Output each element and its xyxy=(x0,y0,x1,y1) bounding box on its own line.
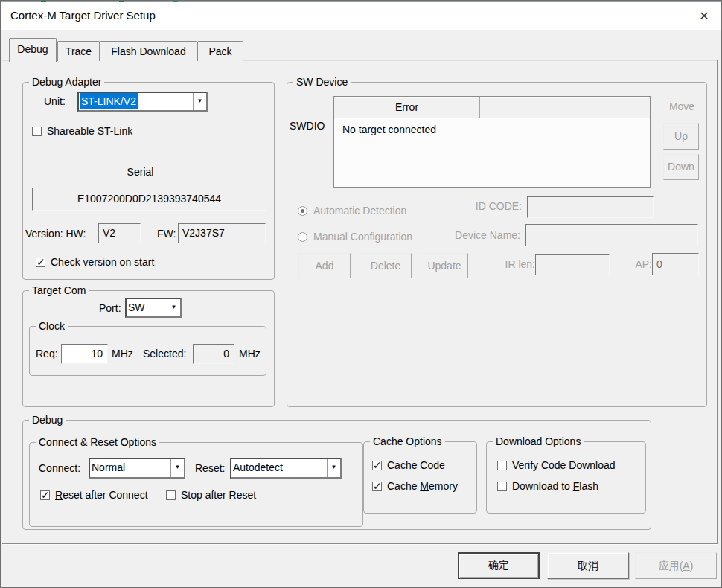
background-artifact xyxy=(173,0,178,2)
id-code-field xyxy=(527,196,654,218)
reset-after-connect-checkbox[interactable] xyxy=(40,490,50,500)
device-name-field xyxy=(525,224,698,246)
ir-len-field xyxy=(535,254,610,275)
connect-label: Connect: xyxy=(39,462,80,474)
port-combobox[interactable]: SW ▼ xyxy=(125,298,182,318)
port-label: Port: xyxy=(99,302,121,314)
reset-label: Reset: xyxy=(195,462,225,474)
manual-configuration-radio xyxy=(298,232,307,242)
group-clock: Clock Req: 10 MHz Selected: 0 MHz xyxy=(29,326,266,376)
hw-version-box: V2 xyxy=(98,223,141,243)
window-title: Cortex-M Target Driver Setup xyxy=(10,9,156,22)
unit-label: Unit: xyxy=(44,95,66,107)
stop-after-reset-checkbox[interactable] xyxy=(166,490,176,500)
manual-configuration-label: Manual Configuration xyxy=(313,231,412,243)
update-button: Update xyxy=(421,253,468,278)
tab-pack[interactable]: Pack xyxy=(197,41,243,61)
group-title: Debug xyxy=(29,413,66,426)
group-cache-options: Cache Options Cache Code Cache Memory xyxy=(363,441,477,514)
swdio-row-label: SWDIO xyxy=(290,120,325,132)
cache-memory-checkbox[interactable] xyxy=(372,482,382,491)
shareable-stlink-checkbox[interactable] xyxy=(32,127,42,136)
column-header-error[interactable]: Error xyxy=(334,97,480,118)
title-bar: Cortex-M Target Driver Setup ✕ xyxy=(0,2,722,30)
group-title: Clock xyxy=(36,319,68,333)
group-title: Connect & Reset Options xyxy=(36,435,159,449)
version-hw-label: Version: HW: xyxy=(25,228,86,240)
ap-label: AP: xyxy=(626,258,652,270)
background-artifact xyxy=(41,0,46,2)
group-download-options: Download Options Verify Code Download Do… xyxy=(486,441,646,514)
unit-combobox[interactable]: ST-LINK/V2 ▼ xyxy=(77,92,208,112)
apply-button: 应用(A) xyxy=(635,552,717,579)
delete-button: Delete xyxy=(360,253,412,278)
group-title: Debug Adapter xyxy=(29,75,104,89)
device-name-label: Device Name: xyxy=(446,229,520,241)
group-debug: Debug Connect & Reset Options Connect: N… xyxy=(22,420,651,530)
ap-field: 0 xyxy=(652,253,699,275)
chevron-down-icon[interactable]: ▼ xyxy=(193,93,206,110)
ir-len-label: IR len: xyxy=(485,258,535,270)
id-code-label: ID CODE: xyxy=(447,200,522,212)
verify-code-download-label: Verify Code Download xyxy=(512,459,616,471)
fw-version-box: V2J37S7 xyxy=(178,223,266,243)
tab-trace[interactable]: Trace xyxy=(57,41,100,61)
move-down-button: Down xyxy=(663,154,699,180)
download-to-flash-checkbox[interactable] xyxy=(497,482,507,491)
serial-value-box: E1007200D0D2139393740544 xyxy=(32,188,266,211)
serial-label: Serial xyxy=(23,166,258,178)
chevron-down-icon[interactable]: ▼ xyxy=(327,459,340,477)
chevron-down-icon[interactable]: ▼ xyxy=(167,299,180,316)
check-version-checkbox[interactable] xyxy=(36,258,45,267)
column-header-blank[interactable] xyxy=(480,97,650,118)
group-title: Target Com xyxy=(29,284,89,297)
device-table-header: Error xyxy=(334,97,650,118)
selected-clock-box: 0 xyxy=(193,344,234,364)
reset-combobox[interactable]: Autodetect ▼ xyxy=(230,458,342,479)
unit-combobox-value: ST-LINK/V2 xyxy=(80,93,138,109)
cache-memory-label: Cache Memory xyxy=(387,480,458,492)
download-to-flash-label: Download to Flash xyxy=(512,480,598,492)
group-sw-device: SW Device SWDIO Error No target connecte… xyxy=(287,82,707,407)
reset-combobox-value: Autodetect xyxy=(233,459,325,476)
connect-combobox-value: Normal xyxy=(92,459,169,476)
table-row[interactable]: No target connected xyxy=(334,118,650,141)
req-unit-label: MHz xyxy=(112,348,133,359)
req-label: Req: xyxy=(36,348,58,359)
group-title: Cache Options xyxy=(370,435,445,448)
verify-code-download-checkbox[interactable] xyxy=(497,461,507,470)
chevron-down-icon[interactable]: ▼ xyxy=(170,459,184,477)
tab-flash-download[interactable]: Flash Download xyxy=(100,41,197,61)
cache-code-checkbox[interactable] xyxy=(372,461,382,470)
fw-label: FW: xyxy=(157,228,176,240)
check-version-label: Check version on start xyxy=(51,256,154,268)
automatic-detection-radio xyxy=(298,206,307,216)
reset-after-connect-label: Reset after Connect xyxy=(55,489,148,501)
cancel-button[interactable]: 取消 xyxy=(547,552,629,579)
move-up-button: Up xyxy=(663,123,699,150)
connect-combobox[interactable]: Normal ▼ xyxy=(89,458,185,479)
tab-debug[interactable]: Debug xyxy=(9,38,57,62)
add-button: Add xyxy=(298,253,351,278)
selected-label: Selected: xyxy=(143,348,186,359)
background-strip xyxy=(0,0,722,2)
device-table: Error No target connected xyxy=(333,96,651,188)
req-clock-input[interactable]: 10 xyxy=(61,344,108,364)
group-target-com: Target Com Port: SW ▼ Clock Req: 10 MHz … xyxy=(22,290,275,407)
selected-unit-label: MHz xyxy=(239,348,261,359)
ok-button[interactable]: 确定 xyxy=(458,552,540,579)
port-combobox-value: SW xyxy=(128,299,165,316)
close-icon[interactable]: ✕ xyxy=(692,6,716,27)
shareable-stlink-label: Shareable ST-Link xyxy=(47,125,132,137)
group-debug-adapter: Debug Adapter Unit: ST-LINK/V2 ▼ Shareab… xyxy=(22,82,275,280)
cache-code-label: Cache Code xyxy=(387,459,445,471)
move-label: Move xyxy=(664,100,700,112)
group-connect-reset-options: Connect & Reset Options Connect: Normal … xyxy=(29,442,363,527)
automatic-detection-label: Automatic Detection xyxy=(313,205,406,217)
stop-after-reset-label: Stop after Reset xyxy=(181,489,256,501)
table-cell-text: No target connected xyxy=(342,124,436,135)
group-title: Download Options xyxy=(493,435,584,448)
group-title: SW Device xyxy=(293,75,351,89)
background-artifact xyxy=(119,0,124,2)
